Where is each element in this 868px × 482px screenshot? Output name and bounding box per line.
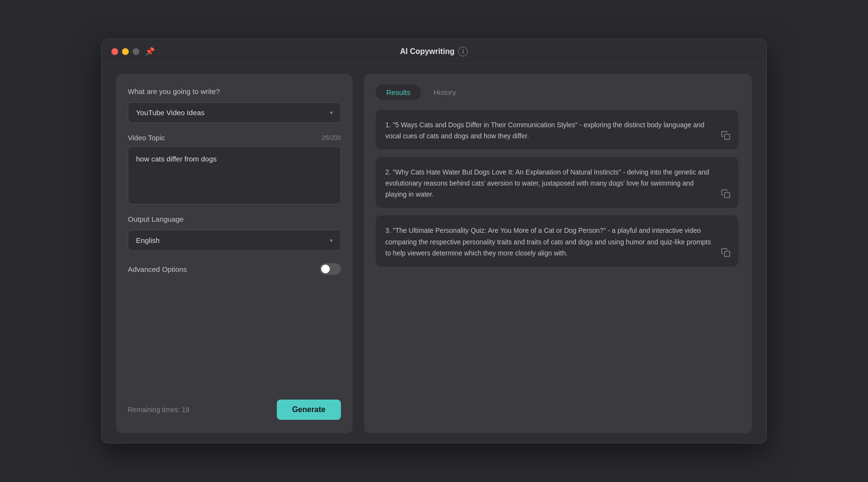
title-bar: 📌 AI Copywriting i — [102, 39, 766, 64]
template-dropdown-arrow: ▾ — [330, 109, 333, 116]
footer-row: Remaining times: 19 Generate — [128, 390, 341, 420]
output-language-label: Output Language — [128, 215, 341, 223]
svg-rect-0 — [725, 134, 730, 140]
fullscreen-button[interactable] — [133, 48, 139, 55]
generate-button[interactable]: Generate — [277, 400, 341, 420]
video-topic-input[interactable] — [128, 147, 341, 204]
right-panel: Results History 1. "5 Ways Cats and Dogs… — [364, 74, 752, 433]
svg-rect-1 — [725, 193, 730, 198]
result-text-1: 1. "5 Ways Cats and Dogs Differ in Their… — [385, 120, 729, 142]
tab-results[interactable]: Results — [376, 84, 421, 100]
result-text-3: 3. "The Ultimate Personality Quiz: Are Y… — [385, 225, 729, 258]
result-card-1: 1. "5 Ways Cats and Dogs Differ in Their… — [376, 110, 738, 149]
copy-button-1[interactable] — [721, 131, 731, 143]
video-topic-char-count: 26/200 — [322, 134, 341, 141]
write-label: What are you going to write? — [128, 87, 341, 95]
advanced-options-label: Advanced Options — [128, 265, 187, 273]
app-window: 📌 AI Copywriting i What are you going to… — [101, 39, 767, 443]
video-topic-header: Video Topic 26/200 — [128, 134, 341, 142]
copy-button-2[interactable] — [721, 189, 731, 201]
app-title: AI Copywriting — [400, 47, 455, 56]
tabs-row: Results History — [376, 84, 740, 100]
minimize-button[interactable] — [122, 48, 129, 55]
info-icon[interactable]: i — [458, 47, 468, 56]
results-list: 1. "5 Ways Cats and Dogs Differ in Their… — [376, 110, 740, 423]
toggle-thumb — [321, 265, 330, 273]
language-dropdown-value: English — [136, 236, 160, 244]
language-dropdown-arrow: ▾ — [330, 237, 333, 244]
tab-history[interactable]: History — [423, 84, 467, 100]
left-panel: What are you going to write? YouTube Vid… — [116, 74, 353, 433]
remaining-times: Remaining times: 19 — [128, 406, 190, 414]
close-button[interactable] — [111, 48, 118, 55]
advanced-options-row: Advanced Options — [128, 263, 341, 275]
app-title-container: AI Copywriting i — [400, 47, 468, 56]
pin-icon[interactable]: 📌 — [145, 47, 155, 56]
advanced-options-toggle[interactable] — [320, 263, 341, 275]
video-topic-label: Video Topic — [128, 134, 165, 142]
main-content: What are you going to write? YouTube Vid… — [102, 64, 766, 443]
copy-button-3[interactable] — [721, 248, 731, 260]
template-dropdown[interactable]: YouTube Video Ideas ▾ — [128, 102, 341, 123]
result-card-2: 2. "Why Cats Hate Water But Dogs Love It… — [376, 157, 738, 208]
template-dropdown-value: YouTube Video Ideas — [136, 108, 204, 117]
window-controls: 📌 — [111, 47, 155, 56]
result-text-2: 2. "Why Cats Hate Water But Dogs Love It… — [385, 167, 729, 200]
language-dropdown[interactable]: English ▾ — [128, 230, 341, 251]
result-card-3: 3. "The Ultimate Personality Quiz: Are Y… — [376, 215, 738, 266]
svg-rect-2 — [725, 251, 730, 256]
